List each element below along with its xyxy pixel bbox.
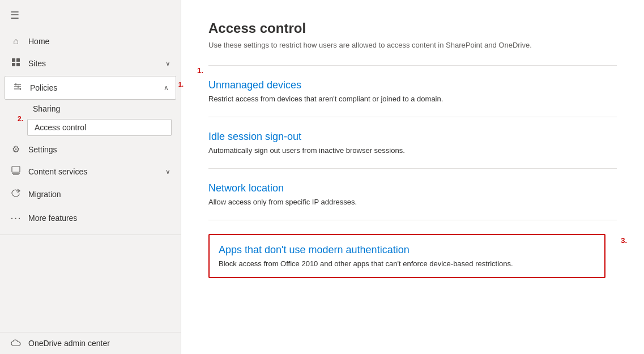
chevron-up-icon: ∧	[164, 84, 169, 92]
svg-rect-2	[12, 63, 15, 66]
sidebar: ☰ ⌂ Home Sites ∨ Policies ∧ 1. Sharing	[0, 0, 181, 354]
sidebar-item-label: Sharing	[33, 104, 60, 113]
home-icon: ⌂	[10, 36, 22, 46]
annotation-1-label: 1.	[197, 66, 203, 75]
sites-icon	[10, 58, 22, 69]
settings-icon: ⚙	[10, 144, 22, 155]
section-modern-auth: Apps that don't use modern authenticatio…	[208, 234, 605, 278]
section-divider-3	[208, 168, 617, 169]
section-divider-4	[208, 220, 617, 220]
page-subtitle: Use these settings to restrict how users…	[208, 41, 617, 49]
unmanaged-devices-link[interactable]: Unmanaged devices	[208, 79, 617, 91]
svg-rect-3	[16, 63, 20, 66]
sidebar-item-settings[interactable]: ⚙ Settings	[0, 138, 181, 160]
sidebar-item-label: Home	[28, 37, 49, 46]
chevron-down-icon: ∨	[165, 168, 170, 176]
svg-rect-1	[16, 58, 20, 62]
page-title: Access control	[208, 20, 617, 36]
migration-icon	[10, 189, 22, 200]
idle-session-desc: Automatically sign out users from inacti…	[208, 146, 617, 155]
more-icon: ···	[10, 211, 22, 224]
sidebar-item-sites[interactable]: Sites ∨	[0, 52, 181, 75]
section-unmanaged-devices: Unmanaged devices Restrict access from d…	[208, 79, 617, 103]
policies-submenu: Sharing Access control 2.	[5, 100, 176, 136]
sidebar-item-access-control[interactable]: Access control 2.	[27, 119, 172, 136]
sidebar-item-onedrive-admin[interactable]: OneDrive admin center	[0, 332, 181, 354]
sidebar-item-more-features[interactable]: ··· More features	[0, 206, 181, 230]
annotation-1: 1.	[178, 81, 184, 88]
sidebar-item-label: Sites	[28, 59, 46, 68]
sidebar-divider	[0, 234, 181, 235]
policies-icon	[12, 82, 23, 93]
section-network-location: Network location Allow access only from …	[208, 182, 617, 206]
idle-session-link[interactable]: Idle session sign-out	[208, 131, 617, 143]
sidebar-item-label: Settings	[28, 145, 57, 154]
sidebar-item-label: OneDrive admin center	[28, 339, 110, 348]
sidebar-item-label: Migration	[28, 190, 61, 199]
sidebar-item-label: Policies	[30, 83, 57, 92]
sidebar-item-migration[interactable]: Migration	[0, 183, 181, 206]
sidebar-item-label: Content services	[28, 167, 87, 176]
main-content: Access control Use these settings to res…	[181, 0, 644, 354]
sidebar-item-label: Access control	[35, 123, 86, 132]
section-unmanaged-wrapper: 1. Unmanaged devices Restrict access fro…	[208, 65, 617, 103]
sidebar-item-label: More features	[28, 214, 77, 223]
network-location-desc: Allow access only from specific IP addre…	[208, 198, 617, 206]
sidebar-item-sharing[interactable]: Sharing	[5, 100, 176, 118]
sidebar-item-policies[interactable]: Policies ∧ 1.	[5, 76, 176, 100]
chevron-down-icon: ∨	[165, 59, 170, 67]
unmanaged-devices-desc: Restrict access from devices that aren't…	[208, 95, 617, 103]
hamburger-menu[interactable]: ☰	[0, 0, 181, 31]
annotation-3-label: 3.	[621, 236, 627, 245]
sidebar-access-control-group: Access control 2.	[27, 119, 172, 136]
section-divider-2	[208, 117, 617, 117]
modern-auth-desc: Block access from Office 2010 and other …	[219, 259, 595, 268]
svg-rect-0	[12, 58, 15, 62]
sidebar-item-home[interactable]: ⌂ Home	[0, 31, 181, 52]
network-location-link[interactable]: Network location	[208, 182, 617, 194]
section-divider-1	[208, 65, 617, 66]
sidebar-item-content-services[interactable]: Content services ∨	[0, 160, 181, 183]
sidebar-policies-group: Policies ∧ 1. Sharing Access control 2.	[5, 76, 176, 137]
onedrive-icon	[10, 338, 22, 348]
svg-rect-10	[12, 167, 20, 172]
sidebar-bottom: OneDrive admin center	[0, 332, 181, 354]
section-idle-session: Idle session sign-out Automatically sign…	[208, 131, 617, 155]
section-modern-auth-wrapper: Apps that don't use modern authenticatio…	[208, 234, 617, 278]
modern-auth-link[interactable]: Apps that don't use modern authenticatio…	[219, 244, 595, 256]
annotation-2: 2.	[18, 115, 23, 123]
content-services-icon	[10, 166, 22, 177]
